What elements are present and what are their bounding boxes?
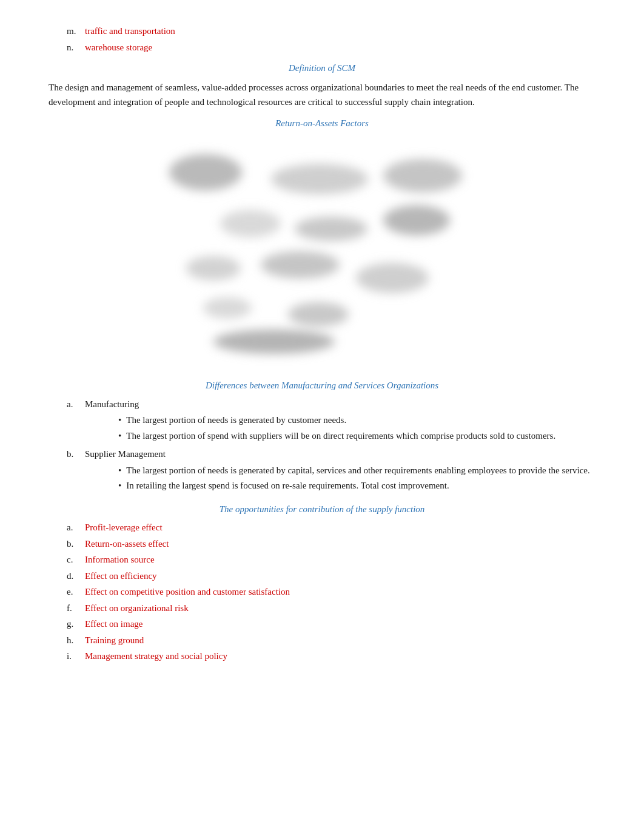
opp-d: d. Effect on efficiency	[67, 569, 595, 583]
diff-item-a: a. Manufacturing The largest portion of …	[67, 397, 595, 445]
diff-b-bullets: The largest portion of needs is generate…	[118, 464, 590, 493]
list-item-n: n. warehouse storage	[67, 41, 595, 55]
definition-scm-body: The design and management of seamless, v…	[49, 80, 595, 109]
opp-a-text: Profit-leverage effect	[85, 521, 163, 535]
opp-i-label: i.	[67, 649, 85, 663]
opp-a-label: a.	[67, 521, 85, 535]
opp-i-text: Management strategy and social policy	[85, 649, 227, 663]
diff-b-label: b.	[67, 447, 85, 495]
opp-i: i. Management strategy and social policy	[67, 649, 595, 663]
opp-f-text: Effect on organizational risk	[85, 601, 189, 615]
opp-d-label: d.	[67, 569, 85, 583]
opp-d-text: Effect on efficiency	[85, 569, 157, 583]
diff-b-bullet-2-text: In retailing the largest spend is focuse…	[126, 479, 449, 493]
diff-a-bullet-2-text: The largest portion of spend with suppli…	[126, 429, 555, 443]
mn-list: m. traffic and transportation n. warehou…	[67, 24, 595, 54]
diff-a-content: Manufacturing The largest portion of nee…	[85, 397, 555, 445]
item-n-label: n.	[67, 41, 85, 55]
opp-f: f. Effect on organizational risk	[67, 601, 595, 615]
opp-g-label: g.	[67, 617, 85, 631]
opp-g: g. Effect on image	[67, 617, 595, 631]
opp-h-text: Training ground	[85, 634, 144, 647]
diff-a-bullet-1: The largest portion of needs is generate…	[118, 413, 555, 427]
diff-b-bullet-1-text: The largest portion of needs is generate…	[126, 464, 589, 478]
item-m-text: traffic and transportation	[85, 24, 175, 38]
opp-c: c. Information source	[67, 553, 595, 567]
list-item-m: m. traffic and transportation	[67, 24, 595, 38]
item-n-text: warehouse storage	[85, 41, 152, 55]
diff-a-heading: Manufacturing	[85, 399, 139, 409]
roa-factors-title: Return-on-Assets Factors	[49, 117, 595, 130]
diff-a-bullets: The largest portion of needs is generate…	[118, 413, 555, 442]
item-m-label: m.	[67, 24, 85, 38]
opp-b: b. Return-on-assets effect	[67, 537, 595, 551]
diff-b-bullet-1: The largest portion of needs is generate…	[118, 464, 590, 478]
opp-g-text: Effect on image	[85, 617, 143, 631]
opp-c-text: Information source	[85, 553, 155, 567]
opp-h: h. Training ground	[67, 634, 595, 647]
diff-b-bullet-2: In retailing the largest spend is focuse…	[118, 479, 590, 493]
diff-a-label: a.	[67, 397, 85, 445]
definition-scm-title: Definition of SCM	[49, 61, 595, 75]
opp-b-label: b.	[67, 537, 85, 551]
opp-e: e. Effect on competitive position and cu…	[67, 585, 595, 599]
diff-b-heading: Supplier Management	[85, 449, 166, 459]
diff-a-bullet-2: The largest portion of spend with suppli…	[118, 429, 555, 443]
opp-h-label: h.	[67, 634, 85, 647]
opp-e-label: e.	[67, 585, 85, 599]
roa-diagram-image	[152, 136, 492, 367]
opp-f-label: f.	[67, 601, 85, 615]
roa-diagram-container	[49, 136, 595, 367]
opp-c-label: c.	[67, 553, 85, 567]
diff-title: Differences between Manufacturing and Se…	[49, 379, 595, 393]
diff-item-b: b. Supplier Management The largest porti…	[67, 447, 595, 495]
opp-e-text: Effect on competitive position and custo…	[85, 585, 290, 599]
diff-list: a. Manufacturing The largest portion of …	[67, 397, 595, 495]
opportunities-list: a. Profit-leverage effect b. Return-on-a…	[67, 521, 595, 663]
opportunities-title: The opportunities for contribution of th…	[49, 502, 595, 516]
opp-a: a. Profit-leverage effect	[67, 521, 595, 535]
diff-a-bullet-1-text: The largest portion of needs is generate…	[126, 413, 346, 427]
diff-b-content: Supplier Management The largest portion …	[85, 447, 590, 495]
opp-b-text: Return-on-assets effect	[85, 537, 169, 551]
